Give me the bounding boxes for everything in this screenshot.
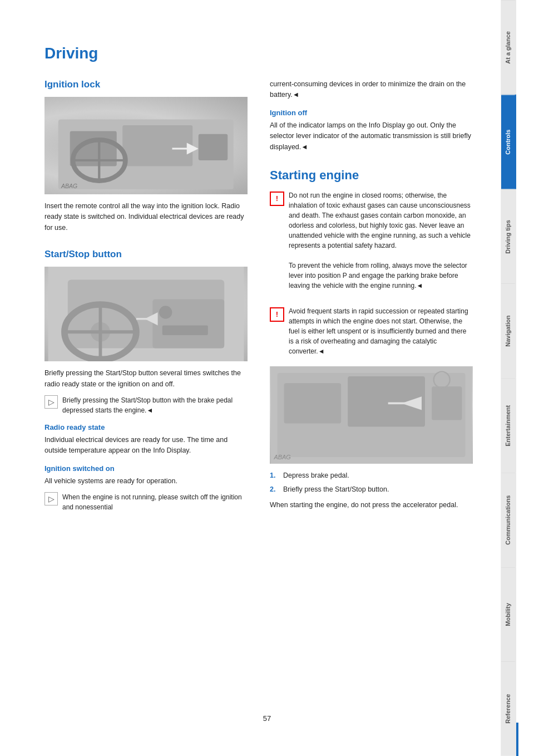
- radio-ready-body: Individual electrical devices are ready …: [44, 435, 248, 456]
- svg-rect-2: [123, 125, 193, 166]
- sidebar-tab-mobility[interactable]: Mobility: [501, 567, 516, 662]
- sidebar-tab-reference-label: Reference: [505, 694, 511, 724]
- svg-text:ABAG: ABAG: [61, 183, 77, 189]
- svg-rect-3: [199, 134, 228, 160]
- sidebar-tab-at-a-glance-label: At a glance: [505, 31, 511, 64]
- page-marker: [516, 723, 518, 756]
- steps-list: 1. Depress brake pedal. 2. Briefly press…: [270, 470, 473, 495]
- start-stop-image: [44, 267, 248, 361]
- step-1-number: 1.: [270, 470, 279, 481]
- starting-engine-heading: Starting engine: [270, 168, 473, 183]
- continuation-text: current-consuming devices in order to mi…: [270, 79, 473, 101]
- ignition-lock-body: Insert the remote control all the way in…: [44, 201, 248, 233]
- svg-rect-18: [162, 326, 208, 336]
- note-arrow-icon: ▷: [44, 395, 58, 409]
- ignition-lock-image: ABAG: [44, 97, 248, 194]
- sidebar-tab-navigation-label: Navigation: [505, 316, 511, 347]
- left-column: Ignition lock: [44, 79, 248, 518]
- step-2-text: Briefly press the Start/Stop button.: [283, 484, 389, 495]
- start-stop-heading: Start/Stop button: [44, 249, 248, 260]
- ignition-on-note: ▷ When the engine is not running, please…: [44, 492, 248, 512]
- warning-box-1: ! Do not run the engine in closed rooms;…: [270, 190, 473, 291]
- warning-box-2: ! Avoid frequent starts in rapid success…: [270, 306, 473, 356]
- ignition-off-heading: Ignition off: [270, 109, 473, 117]
- start-stop-note-text: Briefly pressing the Start/Stop button w…: [62, 395, 248, 415]
- after-steps-text: When starting the engine, do not press t…: [270, 500, 473, 510]
- ignition-note-arrow-icon: ▷: [44, 492, 58, 505]
- warning-icon-2: !: [270, 307, 284, 322]
- sidebar-tab-controls[interactable]: Controls: [501, 95, 516, 189]
- ignition-on-note-text: When the engine is not running, please s…: [62, 492, 248, 512]
- warning-text-2: Avoid frequent starts in rapid successio…: [289, 306, 473, 356]
- sidebar-tab-entertainment-label: Entertainment: [505, 405, 511, 446]
- step-1: 1. Depress brake pedal.: [270, 470, 473, 481]
- svg-text:ABAG: ABAG: [274, 453, 291, 460]
- sidebar-tab-entertainment[interactable]: Entertainment: [501, 378, 516, 473]
- two-column-layout: Ignition lock: [44, 79, 473, 518]
- sidebar-tab-reference[interactable]: Reference: [501, 661, 516, 756]
- main-content: Driving Ignition lock: [0, 0, 501, 756]
- sidebar-tab-navigation[interactable]: Navigation: [501, 283, 516, 378]
- start-stop-body: Briefly pressing the Start/Stop button s…: [44, 368, 248, 390]
- step-2-number: 2.: [270, 484, 279, 495]
- warning-icon-1: !: [270, 192, 284, 206]
- svg-rect-25: [432, 386, 462, 420]
- step-1-text: Depress brake pedal.: [283, 470, 349, 481]
- starting-engine-image: ABAG: [270, 366, 473, 464]
- ignition-off-body: All of the indicator lamps on the Info D…: [270, 120, 473, 153]
- page-number: 57: [263, 714, 271, 723]
- radio-ready-heading: Radio ready state: [44, 423, 248, 431]
- right-column: current-consuming devices in order to mi…: [270, 79, 473, 518]
- warning-text-1: Do not run the engine in closed rooms; o…: [289, 190, 473, 291]
- start-stop-note: ▷ Briefly pressing the Start/Stop button…: [44, 395, 248, 415]
- step-2: 2. Briefly press the Start/Stop button.: [270, 484, 473, 495]
- ignition-on-body: All vehicle systems are ready for operat…: [44, 476, 248, 487]
- sidebar-tab-driving-tips-label: Driving tips: [505, 220, 511, 254]
- svg-point-17: [159, 306, 172, 318]
- ignition-lock-heading: Ignition lock: [44, 79, 248, 90]
- sidebar-tab-driving-tips[interactable]: Driving tips: [501, 189, 516, 284]
- svg-rect-23: [284, 383, 342, 423]
- ignition-on-heading: Ignition switched on: [44, 464, 248, 473]
- sidebar: At a glance Controls Driving tips Naviga…: [501, 0, 516, 756]
- sidebar-tab-at-a-glance[interactable]: At a glance: [501, 0, 516, 95]
- sidebar-tab-controls-label: Controls: [505, 130, 511, 155]
- sidebar-tab-mobility-label: Mobility: [505, 603, 511, 626]
- page-title: Driving: [44, 45, 473, 62]
- sidebar-tab-communications[interactable]: Communications: [501, 473, 516, 567]
- sidebar-tab-communications-label: Communications: [505, 495, 511, 545]
